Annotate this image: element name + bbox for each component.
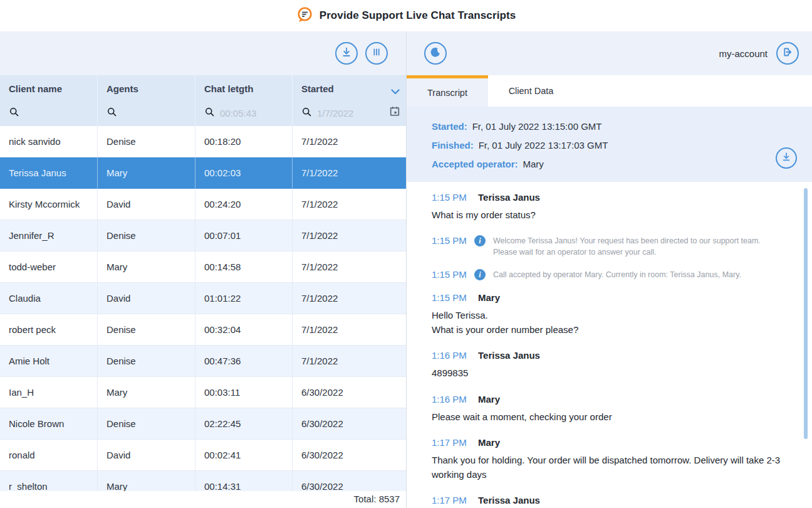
- transcript-meta: Started:Fr, 01 July 2022 13:15:00 GMT Fi…: [407, 107, 812, 182]
- cell-chat-length: 00:03:11: [195, 377, 293, 408]
- transcript-messages: 1:15 PM Terissa Janus What is my order s…: [407, 182, 812, 508]
- cell-client-name: Amie Holt: [0, 346, 98, 377]
- message-text: Hello Terissa. What is your order number…: [432, 308, 783, 337]
- cell-started: 7/1/2022: [293, 220, 406, 251]
- table-row[interactable]: robert peck Denise 00:32:04 7/1/2022: [0, 314, 406, 346]
- table-row[interactable]: Jennifer_R Denise 00:07:01 7/1/2022: [0, 220, 406, 251]
- message-author: Mary: [478, 394, 500, 405]
- system-message: 1:15 PM i Welcome Terissa Janus! Your re…: [432, 235, 783, 258]
- meta-accepted-operator: Accepted operator:Mary: [432, 155, 812, 174]
- cell-client-name: Claudia: [0, 283, 98, 314]
- table-row[interactable]: Kirsty Mccormick David 00:24:20 7/1/2022: [0, 189, 406, 220]
- column-settings-button[interactable]: [365, 42, 388, 65]
- cell-started: 7/1/2022: [293, 314, 406, 346]
- cell-client-name: Ian_H: [0, 377, 98, 408]
- cell-agent: Denise: [98, 408, 195, 440]
- chat-message: 1:15 PM Mary Hello Terissa. What is your…: [432, 292, 783, 337]
- cell-agent: Denise: [98, 126, 195, 157]
- detail-tabbar: Transcript Client Data: [407, 75, 812, 107]
- cell-chat-length: 00:02:03: [195, 157, 293, 189]
- column-header-agents: Agents: [98, 75, 195, 126]
- table-total: Total: 8537: [0, 491, 406, 508]
- table-row[interactable]: todd-weber Mary 00:14:58 7/1/2022: [0, 251, 406, 283]
- column-label: Agents: [107, 83, 189, 94]
- moon-icon: [429, 45, 442, 61]
- meta-value: Fr, 01 July 2022 13:15:00 GMT: [472, 121, 602, 132]
- chat-message: 1:17 PM Mary Thank you for holding. Your…: [432, 437, 783, 482]
- chat-length-filter-input[interactable]: [220, 108, 270, 119]
- cell-chat-length: 02:22:45: [195, 408, 293, 440]
- started-filter-input[interactable]: [317, 108, 367, 119]
- chat-message: 1:17 PM Terissa Janus Thank you Mary: [432, 495, 783, 508]
- table-toolbar: [0, 31, 406, 75]
- cell-client-name: nick sanvido: [0, 126, 98, 157]
- cell-agent: David: [98, 283, 195, 314]
- cell-agent: Mary: [98, 377, 195, 408]
- search-icon: [301, 107, 312, 120]
- column-label: Started: [301, 83, 400, 94]
- cell-agent: David: [98, 440, 195, 471]
- table-row[interactable]: r_shelton Mary 00:14:31 6/30/2022: [0, 471, 406, 491]
- agents-filter-input[interactable]: [122, 108, 172, 119]
- table-row[interactable]: Claudia David 01:01:22 7/1/2022: [0, 283, 406, 314]
- message-author: Mary: [478, 292, 500, 303]
- chat-message: 1:16 PM Mary Please wait a moment, check…: [432, 394, 783, 424]
- calendar-icon[interactable]: [389, 105, 400, 119]
- message-author: Terissa Janus: [478, 350, 540, 361]
- system-message: 1:15 PM i Call accepted by operator Mary…: [432, 269, 783, 281]
- cell-chat-length: 00:14:31: [195, 471, 293, 491]
- chat-scrollbar[interactable]: [804, 188, 808, 439]
- cell-started: 6/30/2022: [293, 408, 406, 440]
- meta-label: Started:: [432, 121, 467, 132]
- search-icon: [107, 107, 117, 120]
- message-text: Please wait a moment, checking your orde…: [432, 410, 783, 424]
- table-row[interactable]: Ian_H Mary 00:03:11 6/30/2022: [0, 377, 406, 408]
- system-message-text: Call accepted by operator Mary. Currentl…: [493, 269, 741, 281]
- table-row[interactable]: Amie Holt Denise 00:47:36 7/1/2022: [0, 346, 406, 377]
- table-row[interactable]: Nicole Brown Denise 02:22:45 6/30/2022: [0, 408, 406, 440]
- table-header: Client name Agents: [0, 75, 406, 126]
- message-text: Thank you for holding. Your order will b…: [432, 453, 783, 482]
- cell-started: 7/1/2022: [293, 189, 406, 220]
- column-label: Chat letgth: [204, 83, 286, 94]
- sort-descending-icon[interactable]: [391, 86, 400, 97]
- tab-client-data[interactable]: Client Data: [488, 75, 574, 107]
- download-icon: [340, 45, 353, 61]
- cell-chat-length: 00:14:58: [195, 251, 293, 283]
- cell-agent: Denise: [98, 220, 195, 251]
- cell-agent: Denise: [98, 314, 195, 346]
- search-icon: [204, 107, 215, 120]
- download-icon: [780, 151, 793, 166]
- column-header-client-name: Client name: [0, 75, 98, 126]
- app-header: Provide Support Live Chat Transcripts: [0, 0, 812, 31]
- message-time: 1:17 PM: [432, 495, 467, 505]
- cell-client-name: r_shelton: [0, 471, 98, 491]
- table-row[interactable]: Terissa Janus Mary 00:02:03 7/1/2022: [0, 157, 406, 189]
- cell-client-name: ronald: [0, 440, 98, 471]
- export-table-button[interactable]: [335, 42, 358, 65]
- dark-mode-toggle[interactable]: [424, 42, 447, 65]
- meta-started: Started:Fr, 01 July 2022 13:15:00 GMT: [432, 117, 812, 136]
- message-time: 1:15 PM: [432, 235, 467, 246]
- tab-transcript[interactable]: Transcript: [407, 75, 488, 107]
- chat-message: 1:16 PM Terissa Janus 4899835: [432, 350, 783, 380]
- cell-client-name: Nicole Brown: [0, 408, 98, 440]
- cell-started: 6/30/2022: [293, 471, 406, 491]
- system-message-text: Welcome Terissa Janus! Your request has …: [493, 235, 783, 258]
- cell-client-name: todd-weber: [0, 251, 98, 283]
- meta-value: Mary: [523, 159, 544, 169]
- meta-label: Accepted operator:: [432, 159, 518, 169]
- cell-chat-length: 00:24:20: [195, 189, 293, 220]
- chat-message: 1:15 PM Terissa Janus What is my order s…: [432, 192, 783, 222]
- logout-button[interactable]: [776, 42, 799, 65]
- cell-started: 7/1/2022: [293, 126, 406, 157]
- table-row[interactable]: nick sanvido Denise 00:18:20 7/1/2022: [0, 126, 406, 157]
- cell-agent: Mary: [98, 157, 195, 189]
- message-time: 1:16 PM: [432, 394, 467, 405]
- cell-agent: Denise: [98, 346, 195, 377]
- meta-label: Finished:: [432, 140, 474, 151]
- table-row[interactable]: ronald David 00:02:41 6/30/2022: [0, 440, 406, 471]
- client-name-filter-input[interactable]: [24, 108, 75, 119]
- download-transcript-button[interactable]: [776, 147, 797, 169]
- cell-started: 6/30/2022: [293, 377, 406, 408]
